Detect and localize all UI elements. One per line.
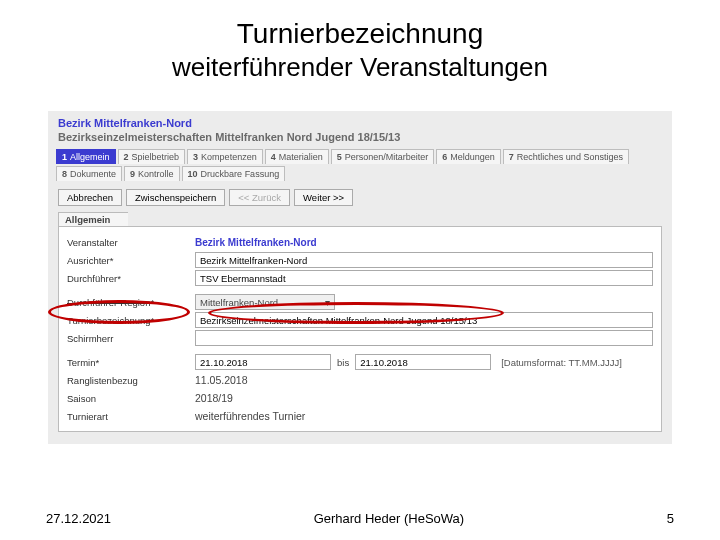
tab-kontrolle[interactable]: 9Kontrolle bbox=[124, 166, 180, 181]
veranstalter-label: Veranstalter bbox=[67, 237, 195, 248]
header-tournament: Bezirkseinzelmeisterschaften Mittelfrank… bbox=[58, 131, 662, 143]
tab-allgemein[interactable]: 1Allgemein bbox=[56, 149, 116, 164]
tab-label: Rechtliches und Sonstiges bbox=[517, 152, 623, 162]
tab-num: 7 bbox=[509, 152, 514, 162]
tab-meldungen[interactable]: 6Meldungen bbox=[436, 149, 501, 164]
tab-label: Kompetenzen bbox=[201, 152, 257, 162]
turnierart-value: weiterführendes Turnier bbox=[195, 410, 305, 422]
tab-label: Meldungen bbox=[450, 152, 495, 162]
veranstalter-value: Bezirk Mittelfranken-Nord bbox=[195, 237, 317, 248]
durchregion-label: Durchführer-Region* bbox=[67, 297, 195, 308]
chevron-down-icon: ▾ bbox=[325, 297, 330, 308]
save-interim-button[interactable]: Zwischenspeichern bbox=[126, 189, 225, 206]
tab-kompetenzen[interactable]: 3Kompetenzen bbox=[187, 149, 263, 164]
ausrichter-input[interactable] bbox=[195, 252, 653, 268]
turnierbez-label: Turnierbezeichnung* bbox=[67, 315, 195, 326]
footer-date: 27.12.2021 bbox=[46, 511, 111, 526]
durchregion-value: Mittelfranken-Nord bbox=[200, 297, 278, 308]
turnierbez-input[interactable] bbox=[195, 312, 653, 328]
durchfuehrer-input[interactable] bbox=[195, 270, 653, 286]
turnierart-label: Turnierart bbox=[67, 411, 195, 422]
tab-num: 1 bbox=[62, 152, 67, 162]
tab-bar: 1Allgemein 2Spielbetrieb 3Kompetenzen 4M… bbox=[48, 145, 672, 181]
tab-druckbare[interactable]: 10Druckbare Fassung bbox=[182, 166, 286, 181]
tab-spielbetrieb[interactable]: 2Spielbetrieb bbox=[118, 149, 186, 164]
tab-num: 2 bbox=[124, 152, 129, 162]
ausrichter-label: Ausrichter* bbox=[67, 255, 195, 266]
saison-value: 2018/19 bbox=[195, 392, 233, 404]
tab-dokumente[interactable]: 8Dokumente bbox=[56, 166, 122, 181]
termin-until-word: bis bbox=[337, 357, 349, 368]
app-window: Bezirk Mittelfranken-Nord Bezirkseinzelm… bbox=[48, 111, 672, 444]
tab-num: 8 bbox=[62, 169, 67, 179]
slide-subtitle: weiterführender Veranstaltungen bbox=[0, 52, 720, 83]
tab-num: 9 bbox=[130, 169, 135, 179]
ranglisten-value: 11.05.2018 bbox=[195, 374, 248, 386]
tab-label: Allgemein bbox=[70, 152, 110, 162]
tab-label: Druckbare Fassung bbox=[201, 169, 280, 179]
form-general: Veranstalter Bezirk Mittelfranken-Nord A… bbox=[58, 226, 662, 432]
tab-personen[interactable]: 5Personen/Mitarbeiter bbox=[331, 149, 435, 164]
tab-num: 6 bbox=[442, 152, 447, 162]
durchregion-select[interactable]: Mittelfranken-Nord ▾ bbox=[195, 294, 335, 310]
tab-label: Kontrolle bbox=[138, 169, 174, 179]
schirmherr-input[interactable] bbox=[195, 330, 653, 346]
section-allgemein-label: Allgemein bbox=[58, 212, 128, 226]
back-button: << Zurück bbox=[229, 189, 290, 206]
tab-num: 5 bbox=[337, 152, 342, 162]
saison-label: Saison bbox=[67, 393, 195, 404]
ranglisten-label: Ranglistenbezug bbox=[67, 375, 195, 386]
tab-label: Personen/Mitarbeiter bbox=[345, 152, 429, 162]
cancel-button[interactable]: Abbrechen bbox=[58, 189, 122, 206]
footer-author: Gerhard Heder (HeSoWa) bbox=[314, 511, 465, 526]
tab-label: Dokumente bbox=[70, 169, 116, 179]
header-region: Bezirk Mittelfranken-Nord bbox=[58, 117, 662, 129]
termin-from-input[interactable] bbox=[195, 354, 331, 370]
tab-rechtliches[interactable]: 7Rechtliches und Sonstiges bbox=[503, 149, 629, 164]
schirmherr-label: Schirmherr bbox=[67, 333, 195, 344]
tab-num: 3 bbox=[193, 152, 198, 162]
next-button[interactable]: Weiter >> bbox=[294, 189, 353, 206]
tab-num: 4 bbox=[271, 152, 276, 162]
slide-title: Turnierbezeichnung bbox=[0, 18, 720, 50]
durchfuehrer-label: Durchführer* bbox=[67, 273, 195, 284]
tab-materialien[interactable]: 4Materialien bbox=[265, 149, 329, 164]
tab-num: 10 bbox=[188, 169, 198, 179]
termin-format-hint: [Datumsformat: TT.MM.JJJJ] bbox=[501, 357, 622, 368]
tab-label: Materialien bbox=[279, 152, 323, 162]
footer-page: 5 bbox=[667, 511, 674, 526]
termin-to-input[interactable] bbox=[355, 354, 491, 370]
tab-label: Spielbetrieb bbox=[132, 152, 180, 162]
termin-label: Termin* bbox=[67, 357, 195, 368]
